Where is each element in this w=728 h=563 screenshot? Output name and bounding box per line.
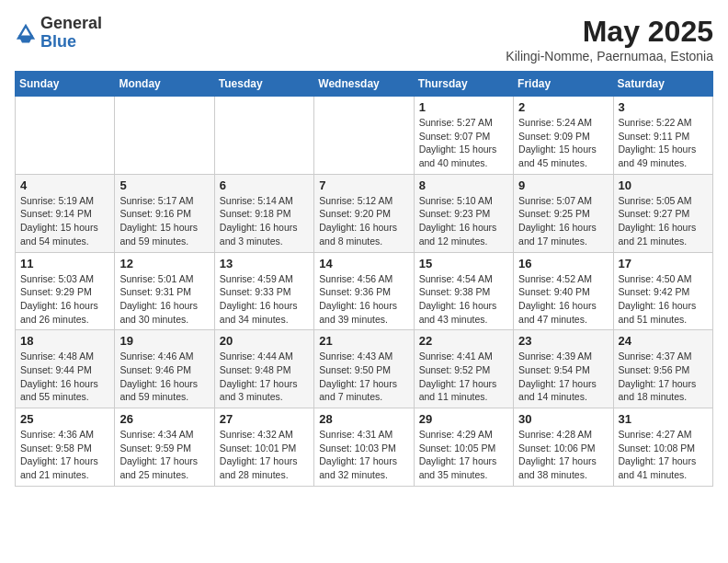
title-block: May 2025 Kilingi-Nomme, Paernumaa, Eston… — [506, 15, 713, 63]
day-info: Sunrise: 4:48 AM Sunset: 9:44 PM Dayligh… — [20, 350, 109, 404]
day-info: Sunrise: 5:27 AM Sunset: 9:07 PM Dayligh… — [419, 116, 508, 170]
day-info: Sunrise: 4:59 AM Sunset: 9:33 PM Dayligh… — [220, 272, 309, 327]
day-cell: 10Sunrise: 5:05 AM Sunset: 9:27 PM Dayli… — [613, 174, 712, 252]
day-info: Sunrise: 4:39 AM Sunset: 9:54 PM Dayligh… — [518, 350, 608, 404]
day-info: Sunrise: 4:29 AM Sunset: 10:05 PM Daylig… — [419, 428, 508, 482]
day-cell — [16, 97, 115, 175]
day-number: 4 — [20, 178, 109, 192]
day-cell — [115, 97, 214, 175]
col-saturday: Saturday — [613, 72, 712, 97]
day-cell: 18Sunrise: 4:48 AM Sunset: 9:44 PM Dayli… — [16, 330, 115, 408]
day-number: 16 — [518, 257, 608, 270]
day-number: 28 — [319, 412, 408, 426]
day-number: 30 — [518, 412, 608, 426]
day-cell: 17Sunrise: 4:50 AM Sunset: 9:42 PM Dayli… — [613, 252, 712, 330]
day-number: 19 — [119, 334, 209, 348]
day-number: 27 — [220, 412, 309, 426]
day-info: Sunrise: 5:22 AM Sunset: 9:11 PM Dayligh… — [619, 116, 708, 170]
day-cell: 12Sunrise: 5:01 AM Sunset: 9:31 PM Dayli… — [115, 252, 214, 330]
logo-general: General — [40, 15, 102, 33]
page-header: General Blue May 2025 Kilingi-Nomme, Pae… — [15, 15, 713, 63]
week-row-4: 18Sunrise: 4:48 AM Sunset: 9:44 PM Dayli… — [16, 330, 713, 408]
day-number: 25 — [20, 412, 109, 426]
day-info: Sunrise: 4:37 AM Sunset: 9:56 PM Dayligh… — [619, 350, 708, 404]
day-info: Sunrise: 5:17 AM Sunset: 9:16 PM Dayligh… — [119, 194, 209, 248]
col-sunday: Sunday — [16, 72, 115, 97]
day-info: Sunrise: 4:54 AM Sunset: 9:38 PM Dayligh… — [419, 272, 508, 327]
col-wednesday: Wednesday — [314, 72, 414, 97]
logo-blue: Blue — [40, 33, 102, 52]
day-cell: 5Sunrise: 5:17 AM Sunset: 9:16 PM Daylig… — [115, 174, 214, 252]
day-info: Sunrise: 5:12 AM Sunset: 9:20 PM Dayligh… — [319, 194, 408, 248]
day-cell: 31Sunrise: 4:27 AM Sunset: 10:08 PM Dayl… — [613, 408, 712, 487]
day-info: Sunrise: 5:19 AM Sunset: 9:14 PM Dayligh… — [20, 194, 109, 248]
day-cell: 6Sunrise: 5:14 AM Sunset: 9:18 PM Daylig… — [214, 174, 313, 252]
day-cell: 16Sunrise: 4:52 AM Sunset: 9:40 PM Dayli… — [514, 252, 613, 330]
day-number: 15 — [419, 257, 508, 270]
day-cell: 24Sunrise: 4:37 AM Sunset: 9:56 PM Dayli… — [613, 330, 712, 408]
logo-text: General Blue — [40, 15, 102, 52]
day-number: 26 — [119, 412, 209, 426]
calendar-header: Sunday Monday Tuesday Wednesday Thursday… — [16, 72, 713, 97]
day-info: Sunrise: 4:50 AM Sunset: 9:42 PM Dayligh… — [619, 272, 708, 327]
day-cell: 21Sunrise: 4:43 AM Sunset: 9:50 PM Dayli… — [314, 330, 414, 408]
calendar-title: May 2025 — [506, 15, 713, 49]
day-info: Sunrise: 5:14 AM Sunset: 9:18 PM Dayligh… — [220, 194, 309, 248]
day-cell: 3Sunrise: 5:22 AM Sunset: 9:11 PM Daylig… — [613, 97, 712, 175]
week-row-5: 25Sunrise: 4:36 AM Sunset: 9:58 PM Dayli… — [16, 408, 713, 487]
day-number: 29 — [419, 412, 508, 426]
day-cell: 29Sunrise: 4:29 AM Sunset: 10:05 PM Dayl… — [414, 408, 513, 487]
day-info: Sunrise: 4:52 AM Sunset: 9:40 PM Dayligh… — [518, 272, 608, 327]
day-number: 17 — [619, 257, 708, 270]
day-cell: 30Sunrise: 4:28 AM Sunset: 10:06 PM Dayl… — [514, 408, 613, 487]
day-cell — [214, 97, 313, 175]
day-info: Sunrise: 4:28 AM Sunset: 10:06 PM Daylig… — [518, 428, 608, 482]
svg-marker-1 — [18, 35, 33, 42]
col-friday: Friday — [514, 72, 613, 97]
day-number: 3 — [619, 100, 708, 114]
day-number: 8 — [419, 178, 508, 192]
day-number: 6 — [220, 178, 309, 192]
week-row-1: 1Sunrise: 5:27 AM Sunset: 9:07 PM Daylig… — [16, 97, 713, 175]
day-info: Sunrise: 4:43 AM Sunset: 9:50 PM Dayligh… — [319, 350, 408, 404]
day-info: Sunrise: 4:36 AM Sunset: 9:58 PM Dayligh… — [20, 428, 109, 482]
header-row: Sunday Monday Tuesday Wednesday Thursday… — [16, 72, 713, 97]
col-thursday: Thursday — [414, 72, 513, 97]
day-info: Sunrise: 5:01 AM Sunset: 9:31 PM Dayligh… — [119, 272, 209, 327]
logo: General Blue — [15, 15, 102, 52]
day-number: 22 — [419, 334, 508, 348]
day-number: 2 — [518, 100, 608, 114]
day-cell: 1Sunrise: 5:27 AM Sunset: 9:07 PM Daylig… — [414, 97, 513, 175]
day-cell: 26Sunrise: 4:34 AM Sunset: 9:59 PM Dayli… — [115, 408, 214, 487]
day-number: 12 — [119, 257, 209, 270]
day-number: 23 — [518, 334, 608, 348]
day-info: Sunrise: 4:46 AM Sunset: 9:46 PM Dayligh… — [119, 350, 209, 404]
day-number: 7 — [319, 178, 408, 192]
day-info: Sunrise: 4:44 AM Sunset: 9:48 PM Dayligh… — [220, 350, 309, 404]
day-number: 13 — [220, 257, 309, 270]
day-cell: 9Sunrise: 5:07 AM Sunset: 9:25 PM Daylig… — [514, 174, 613, 252]
day-number: 18 — [20, 334, 109, 348]
day-info: Sunrise: 4:32 AM Sunset: 10:01 PM Daylig… — [220, 428, 309, 482]
day-info: Sunrise: 4:27 AM Sunset: 10:08 PM Daylig… — [619, 428, 708, 482]
day-info: Sunrise: 5:05 AM Sunset: 9:27 PM Dayligh… — [619, 194, 708, 248]
calendar-subtitle: Kilingi-Nomme, Paernumaa, Estonia — [506, 49, 713, 63]
day-cell: 7Sunrise: 5:12 AM Sunset: 9:20 PM Daylig… — [314, 174, 414, 252]
day-cell: 13Sunrise: 4:59 AM Sunset: 9:33 PM Dayli… — [214, 252, 313, 330]
day-info: Sunrise: 5:24 AM Sunset: 9:09 PM Dayligh… — [518, 116, 608, 170]
week-row-3: 11Sunrise: 5:03 AM Sunset: 9:29 PM Dayli… — [16, 252, 713, 330]
day-info: Sunrise: 4:31 AM Sunset: 10:03 PM Daylig… — [319, 428, 408, 482]
calendar-body: 1Sunrise: 5:27 AM Sunset: 9:07 PM Daylig… — [16, 97, 713, 487]
day-cell: 22Sunrise: 4:41 AM Sunset: 9:52 PM Dayli… — [414, 330, 513, 408]
day-cell: 4Sunrise: 5:19 AM Sunset: 9:14 PM Daylig… — [16, 174, 115, 252]
day-info: Sunrise: 4:41 AM Sunset: 9:52 PM Dayligh… — [419, 350, 508, 404]
day-cell: 20Sunrise: 4:44 AM Sunset: 9:48 PM Dayli… — [214, 330, 313, 408]
day-cell: 8Sunrise: 5:10 AM Sunset: 9:23 PM Daylig… — [414, 174, 513, 252]
day-cell: 2Sunrise: 5:24 AM Sunset: 9:09 PM Daylig… — [514, 97, 613, 175]
day-cell: 27Sunrise: 4:32 AM Sunset: 10:01 PM Dayl… — [214, 408, 313, 487]
logo-icon — [15, 22, 37, 44]
day-info: Sunrise: 5:03 AM Sunset: 9:29 PM Dayligh… — [20, 272, 109, 327]
day-number: 20 — [220, 334, 309, 348]
day-cell: 11Sunrise: 5:03 AM Sunset: 9:29 PM Dayli… — [16, 252, 115, 330]
day-number: 10 — [619, 178, 708, 192]
